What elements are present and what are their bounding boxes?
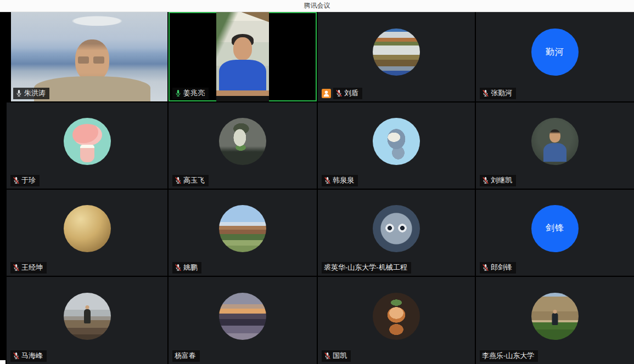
avatar-dusk-mountains [219, 293, 266, 340]
window-title: 腾讯会议 [304, 1, 330, 10]
participant-tile[interactable]: 刘盾 [318, 12, 475, 101]
participant-tile[interactable]: 王经坤 [7, 190, 167, 276]
participant-tile[interactable]: 刘继凯 [476, 103, 634, 189]
participant-label-row: 杨富春 [172, 350, 200, 362]
participant-name-label: 杨富春 [172, 350, 200, 362]
participant-name: 郎剑锋 [491, 263, 512, 272]
participant-label-row: 郎剑锋 [480, 262, 516, 274]
participant-tile[interactable]: 韩泉泉 [318, 103, 475, 189]
participant-name-label: 朱洪涛 [13, 88, 49, 99]
participant-name-label: 马海峰 [10, 350, 47, 362]
video-person-table [216, 90, 269, 101]
avatar-gold-medal [64, 205, 111, 252]
avatar-college-building [531, 293, 579, 340]
mic-muted-icon [175, 177, 182, 184]
participant-name-label: 张勤河 [480, 88, 516, 99]
mic-muted-icon [335, 89, 343, 97]
avatar-boardwalk-person [64, 293, 111, 340]
participant-label-row: 朱洪涛 [13, 88, 49, 99]
participant-tile[interactable]: 马海峰 [7, 277, 167, 364]
participant-name: 国凯 [333, 351, 347, 360]
avatar-initials: 剑锋 [531, 205, 579, 252]
participant-tile[interactable]: 于珍 [7, 103, 167, 189]
participant-tile[interactable]: 姜兆亮 [169, 12, 317, 101]
participant-name-label: 李燕乐-山东大学 [480, 350, 538, 362]
avatar-tom-cat [373, 118, 420, 165]
avatar-initials-text: 剑锋 [531, 205, 579, 252]
participant-name: 朱洪涛 [24, 89, 46, 98]
participant-tile[interactable]: 国凯 [318, 277, 475, 364]
participant-label-row: 李燕乐-山东大学 [480, 350, 538, 362]
participant-name-label: 郎剑锋 [480, 262, 516, 274]
participant-name: 姚鹏 [183, 263, 198, 272]
participant-name: 杨富春 [175, 351, 196, 360]
video-person-head [233, 37, 252, 60]
participant-name: 韩泉泉 [333, 176, 354, 185]
participant-name-label: 刘盾 [333, 88, 362, 99]
mic-muted-icon [175, 264, 182, 271]
participant-name: 刘继凯 [491, 176, 512, 185]
window-title-bar: 腾讯会议 [0, 0, 634, 12]
mic-speaking-icon [175, 89, 182, 97]
participant-name: 裘英华-山东大学-机械工程 [324, 263, 407, 272]
participant-name: 李燕乐-山东大学 [482, 351, 534, 360]
participant-name-label: 裘英华-山东大学-机械工程 [322, 262, 411, 274]
participant-tile[interactable]: 杨富春 [169, 277, 317, 364]
avatar-man-chalkboard [531, 118, 579, 165]
participant-name-label: 韩泉泉 [322, 175, 358, 186]
participant-name: 高玉飞 [183, 176, 205, 185]
mic-icon [15, 89, 23, 97]
mic-muted-icon [482, 89, 489, 97]
participant-label-row: 韩泉泉 [322, 175, 358, 186]
participant-name-label: 王经坤 [10, 262, 47, 274]
window-corner-artifact [0, 360, 5, 364]
participant-label-row: 于珍 [10, 175, 40, 186]
video-person-torso [219, 60, 266, 92]
participant-tile[interactable]: 朱洪涛 [7, 12, 167, 101]
participant-name-label: 国凯 [322, 350, 351, 362]
avatar-initials: 勤河 [531, 29, 579, 76]
video-person-glasses [78, 56, 89, 64]
participant-label-row: 刘盾 [322, 88, 362, 99]
participant-name: 王经坤 [21, 263, 43, 272]
participant-label-row: 姚鹏 [172, 262, 201, 274]
mic-muted-icon [13, 177, 20, 184]
participant-tile[interactable]: 勤河 张勤河 [476, 12, 634, 101]
participant-label-row: 张勤河 [480, 88, 516, 99]
participant-tile[interactable]: 剑锋 郎剑锋 [476, 190, 634, 276]
participant-name: 姜兆亮 [183, 89, 205, 98]
participant-name-label: 姚鹏 [172, 262, 201, 274]
mic-muted-icon [482, 264, 489, 271]
avatar-owl-cat [373, 205, 420, 252]
participant-tile[interactable]: 姚鹏 [169, 190, 317, 276]
participant-name: 刘盾 [344, 89, 358, 98]
avatar-pig-balloon [64, 118, 111, 165]
avatar-monkey-cartoon [373, 293, 420, 340]
participant-name: 马海峰 [21, 351, 43, 360]
video-grid: 朱洪涛 姜兆亮 刘盾 勤河 [7, 12, 634, 364]
participant-tile[interactable]: 李燕乐-山东大学 [476, 277, 634, 364]
mic-muted-icon [324, 352, 331, 360]
member-badge-icon [322, 89, 331, 98]
participant-name-label: 于珍 [10, 175, 40, 186]
mic-muted-icon [13, 352, 20, 360]
participant-tile[interactable]: 裘英华-山东大学-机械工程 [318, 190, 475, 276]
avatar-campus-building [219, 205, 266, 252]
video-feed-man-blue-polo [216, 12, 269, 101]
participant-name: 于珍 [21, 176, 36, 185]
mic-muted-icon [13, 264, 20, 271]
participant-label-row: 姜兆亮 [172, 88, 209, 99]
avatar-lake-reflection [373, 29, 420, 76]
participant-label-row: 马海峰 [10, 350, 47, 362]
participant-label-row: 裘英华-山东大学-机械工程 [322, 262, 411, 274]
participant-label-row: 高玉飞 [172, 175, 209, 186]
participant-label-row: 刘继凯 [480, 175, 516, 186]
participant-name-label: 高玉飞 [172, 175, 209, 186]
participant-name-label: 姜兆亮 [172, 88, 209, 99]
avatar-joker-portrait [219, 118, 266, 165]
participant-name-label: 刘继凯 [480, 175, 516, 186]
mic-muted-icon [482, 177, 489, 184]
video-person-torso [34, 76, 150, 101]
participant-tile[interactable]: 高玉飞 [169, 103, 317, 189]
participant-name: 张勤河 [491, 89, 512, 98]
